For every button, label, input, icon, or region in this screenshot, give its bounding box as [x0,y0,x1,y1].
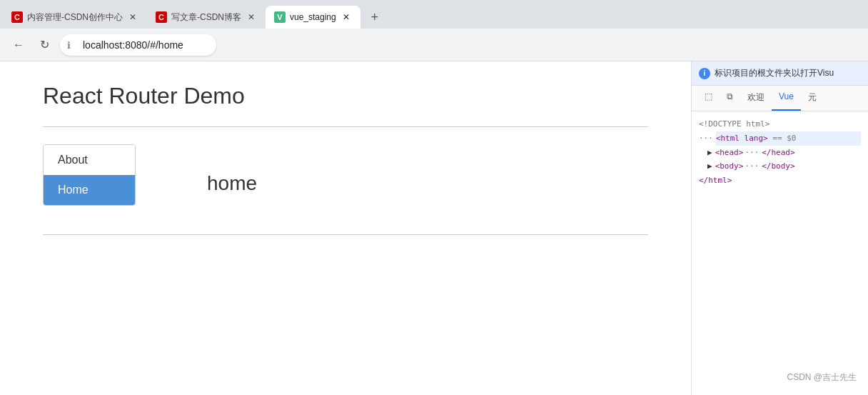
doctype-text: <!DOCTYPE html> [699,117,769,131]
tab-1[interactable]: C 内容管理-CSDN创作中心 ✕ [3,6,147,29]
home-link[interactable]: Home [44,175,135,205]
tab-2-close[interactable]: ✕ [246,11,257,23]
reload-button[interactable]: ↻ [34,35,54,55]
tab-bar: C 内容管理-CSDN创作中心 ✕ C 写文章-CSDN博客 ✕ V vue_s… [0,0,868,29]
address-wrap: ℹ [60,34,345,56]
page-content: React Router Demo About Home home [0,61,691,395]
page-divider-bottom [43,234,648,235]
expand-dots[interactable]: ··· [699,131,713,146]
head-tag: <head> [715,146,744,160]
browser-window: C 内容管理-CSDN创作中心 ✕ C 写文章-CSDN博客 ✕ V vue_s… [0,0,868,395]
devtools-tab-welcome[interactable]: 欢迎 [740,86,772,111]
new-tab-button[interactable]: + [363,6,386,29]
devtools-banner: i 标识项目的根文件夹以打开Visu [692,61,868,86]
footer-text: CSDN @吉士先生 [787,371,857,384]
head-triangle[interactable]: ▶ [707,146,712,160]
page-title: React Router Demo [43,83,648,109]
head-dots: ··· [745,146,759,160]
tab-2-favicon: C [156,11,167,23]
address-input[interactable] [60,34,216,56]
devtools-panel: i 标识项目的根文件夹以打开Visu ⬚ ⧉ 欢迎 Vue 元 <!DOCTYP… [691,61,868,395]
body-close-tag: </body> [762,159,794,174]
tab-1-title: 内容管理-CSDN创作中心 [27,11,123,24]
address-bar: ← ↻ ℹ [0,29,868,61]
content-area: React Router Demo About Home home i 标识项目… [0,61,868,395]
html-equals: == $0 [772,134,796,143]
devtools-code: <!DOCTYPE html> ··· <html lang> == $0 ▶ … [692,111,868,259]
head-close-tag: </head> [762,146,794,160]
nav-row: About Home home [43,144,648,217]
body-tag: <body> [715,159,744,174]
html-lang-line[interactable]: <html lang> == $0 [716,131,861,146]
devtools-banner-text: 标识项目的根文件夹以打开Visu [715,67,834,79]
tab-3[interactable]: V vue_staging ✕ [266,6,360,29]
code-line-4: ▶ <body> ··· </body> [699,159,861,174]
tab-2-title: 写文章-CSDN博客 [171,11,241,24]
devtools-tabs: ⬚ ⧉ 欢迎 Vue 元 [692,86,868,111]
devtools-tab-more[interactable]: 元 [801,86,824,111]
body-triangle[interactable]: ▶ [707,159,712,174]
devtools-tab-vue[interactable]: Vue [772,86,801,111]
code-line-5: </html> [699,174,861,188]
devtools-footer-area: CSDN @吉士先生 [692,259,868,396]
html-close-tag: </html> [699,174,732,188]
devtools-tab-inspect[interactable]: ⬚ [697,86,720,111]
tab-1-favicon: C [11,11,23,23]
tab-3-close[interactable]: ✕ [340,11,352,23]
tab-2[interactable]: C 写文章-CSDN博客 ✕ [147,6,266,29]
tab-3-favicon: V [274,11,286,23]
route-display: home [207,172,257,195]
about-link[interactable]: About [44,145,135,175]
tab-3-title: vue_staging [290,12,336,22]
code-line-2: ··· <html lang> == $0 [699,131,861,146]
devtools-tab-copy[interactable]: ⧉ [720,86,740,111]
html-tag: <html lang> [716,134,768,143]
tab-1-close[interactable]: ✕ [127,11,138,23]
address-info-icon: ℹ [67,39,71,50]
code-line-3: ▶ <head> ··· </head> [699,146,861,160]
page-divider-top [43,126,648,127]
back-button[interactable]: ← [9,35,29,55]
code-line-1: <!DOCTYPE html> [699,117,861,131]
devtools-banner-icon: i [699,68,710,79]
nav-links: About Home [43,144,136,206]
body-dots: ··· [745,159,759,174]
